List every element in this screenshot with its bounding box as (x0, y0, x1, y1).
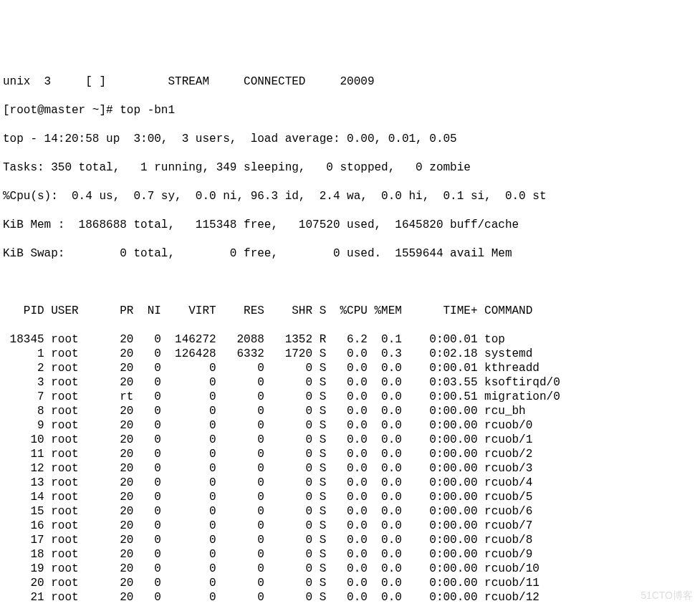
process-row: 12 root 20 0 0 0 0 S 0.0 0.0 0:00.00 rcu… (3, 461, 697, 476)
blank-line (3, 275, 697, 289)
process-row: 20 root 20 0 0 0 0 S 0.0 0.0 0:00.00 rcu… (3, 576, 697, 590)
shell-prompt[interactable]: [root@master ~]# top -bn1 (3, 103, 697, 117)
top-summary-swap: KiB Swap: 0 total, 0 free, 0 used. 15596… (3, 246, 697, 261)
process-row: 21 root 20 0 0 0 0 S 0.0 0.0 0:00.00 rcu… (3, 590, 697, 605)
process-row: 19 root 20 0 0 0 0 S 0.0 0.0 0:00.00 rcu… (3, 562, 697, 576)
process-row: 18345 root 20 0 146272 2088 1352 R 6.2 0… (3, 332, 697, 347)
top-summary-cpu: %Cpu(s): 0.4 us, 0.7 sy, 0.0 ni, 96.3 id… (3, 189, 697, 203)
process-row: 8 root 20 0 0 0 0 S 0.0 0.0 0:00.00 rcu_… (3, 404, 697, 418)
process-row: 16 root 20 0 0 0 0 S 0.0 0.0 0:00.00 rcu… (3, 519, 697, 533)
top-summary-mem: KiB Mem : 1868688 total, 115348 free, 10… (3, 218, 697, 232)
top-summary-uptime: top - 14:20:58 up 3:00, 3 users, load av… (3, 132, 697, 146)
process-row: 3 root 20 0 0 0 0 S 0.0 0.0 0:03.55 ksof… (3, 375, 697, 390)
process-row: 11 root 20 0 0 0 0 S 0.0 0.0 0:00.00 rcu… (3, 447, 697, 461)
process-table-body: 18345 root 20 0 146272 2088 1352 R 6.2 0… (3, 332, 697, 606)
process-row: 15 root 20 0 0 0 0 S 0.0 0.0 0:00.00 rcu… (3, 504, 697, 519)
process-row: 17 root 20 0 0 0 0 S 0.0 0.0 0:00.00 rcu… (3, 533, 697, 547)
process-row: 13 root 20 0 0 0 0 S 0.0 0.0 0:00.00 rcu… (3, 476, 697, 490)
process-row: 18 root 20 0 0 0 0 S 0.0 0.0 0:00.00 rcu… (3, 547, 697, 562)
socket-line: unix 3 [ ] STREAM CONNECTED 20009 (3, 74, 697, 89)
process-row: 9 root 20 0 0 0 0 S 0.0 0.0 0:00.00 rcuo… (3, 418, 697, 433)
process-row: 2 root 20 0 0 0 0 S 0.0 0.0 0:00.01 kthr… (3, 361, 697, 375)
process-row: 14 root 20 0 0 0 0 S 0.0 0.0 0:00.00 rcu… (3, 490, 697, 504)
process-row: 1 root 20 0 126428 6332 1720 S 0.0 0.3 0… (3, 347, 697, 361)
process-row: 10 root 20 0 0 0 0 S 0.0 0.0 0:00.00 rcu… (3, 433, 697, 447)
process-row: 7 root rt 0 0 0 0 S 0.0 0.0 0:00.51 migr… (3, 390, 697, 404)
process-table-header: PID USER PR NI VIRT RES SHR S %CPU %MEM … (3, 304, 697, 318)
watermark-text: 51CTO博客 (641, 590, 693, 602)
terminal-output: unix 3 [ ] STREAM CONNECTED 20009 [root@… (3, 60, 697, 606)
top-summary-tasks: Tasks: 350 total, 1 running, 349 sleepin… (3, 160, 697, 175)
